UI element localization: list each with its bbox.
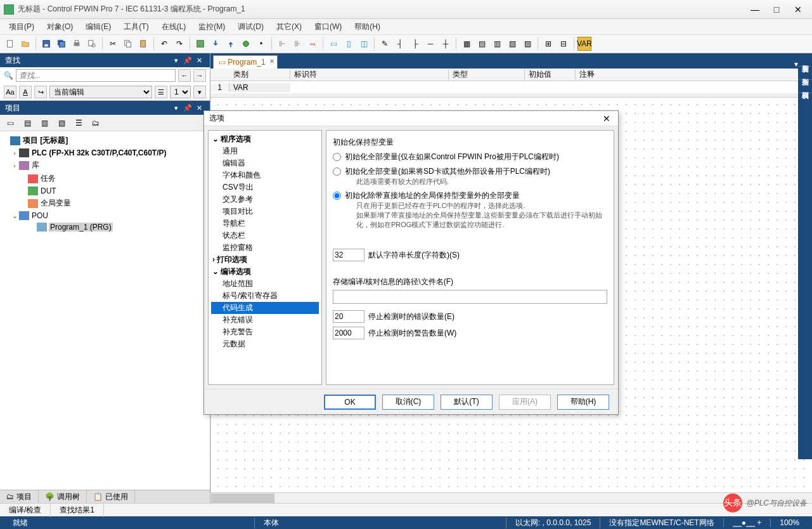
undo-icon[interactable]: ↶ [157,37,171,51]
tab-findresults[interactable]: 查找结果1 [51,504,104,517]
block2-icon[interactable]: ▯ [342,37,356,51]
dock-varlist[interactable]: 变量列表 [798,53,812,67]
opt-xref[interactable]: 交叉参考 [211,193,319,206]
wire4-icon[interactable]: ┼ [439,37,453,51]
panel-pin-icon[interactable]: 📌 [182,56,193,65]
block3-icon[interactable]: ◫ [357,37,371,51]
saveall-icon[interactable] [55,37,68,51]
bottom-tab-used[interactable]: 📋 已使用 [87,490,135,504]
tab-program1[interactable]: ▭ Program_1✕ [213,55,278,69]
redo-icon[interactable]: ↷ [172,37,186,51]
case-icon[interactable]: Aa [4,86,16,98]
upload-icon[interactable] [224,37,238,51]
input-storage-path[interactable] [333,290,607,304]
opt-monitor[interactable]: 监控窗格 [211,242,319,254]
col-type[interactable]: 类型 [449,69,525,80]
paste-icon[interactable] [136,37,150,51]
menu-online[interactable]: 在线(L) [155,19,193,35]
cat-print-options[interactable]: › 打印选项 [211,254,319,266]
col-comment[interactable]: 注释 [576,69,812,80]
opt-editor[interactable]: 编辑器 [211,157,319,169]
tree-plc[interactable]: PLC (FP-XH 32k C30T/P,C40T,C60T/P) [31,148,167,157]
input-error-count[interactable] [333,310,364,323]
help-button[interactable]: 帮助(H) [557,395,609,410]
opt-errors[interactable]: 补充错误 [211,314,319,326]
grid3-icon[interactable]: ▥ [490,37,504,51]
input-string-length[interactable] [333,249,364,261]
opt-codegen[interactable]: 代码生成 [211,302,319,314]
wire1-icon[interactable]: ┤ [393,37,407,51]
menu-debug[interactable]: 调试(D) [231,19,270,35]
panel-pin-icon[interactable]: 📌 [182,104,193,112]
download-icon[interactable] [209,37,222,51]
radio-init-all-fpwin[interactable] [333,153,341,161]
menu-edit[interactable]: 编辑(E) [79,19,117,35]
tab-close-icon[interactable]: ✕ [269,58,274,65]
radio-init-all-sd[interactable] [333,167,341,176]
opt-compare[interactable]: 项目对比 [211,206,319,218]
cancel-button[interactable]: 取消(C) [382,395,434,410]
cat-compile-options[interactable]: ⌄ 编译选项 [211,266,319,278]
tree-dut[interactable]: DUT [40,186,57,195]
copy-icon[interactable] [121,37,135,51]
search-prev-icon[interactable]: ← [178,69,191,82]
ladder3-icon[interactable]: ⫬ [306,37,319,51]
search-line-select[interactable]: 1 [170,86,191,98]
panel-dropdown-icon[interactable]: ▾ [171,104,182,112]
col-identifier[interactable]: 标识符 [290,69,449,80]
col-init[interactable]: 初始值 [525,69,576,80]
ladder2-icon[interactable]: ⊪ [290,37,304,51]
menu-other[interactable]: 其它(X) [270,19,308,35]
grid2-icon[interactable]: ▤ [475,37,489,51]
table-row[interactable]: 1 VAR [210,81,812,94]
ladder1-icon[interactable]: ⊩ [275,37,289,51]
radio-init-except-direct[interactable] [333,192,341,200]
opt-csv[interactable]: CSV导出 [211,181,319,193]
bottom-tab-project[interactable]: 🗂 项目 [0,490,39,504]
opt-warnings[interactable]: 补充警告 [211,326,319,338]
printpreview-icon[interactable] [85,37,99,51]
proj-tool1-icon[interactable]: ▭ [3,116,17,130]
block1-icon[interactable]: ▭ [326,37,340,51]
underline-icon[interactable]: A [19,86,32,98]
panel-close-icon[interactable]: ✕ [193,56,205,65]
menu-project[interactable]: 项目(P) [3,19,41,35]
tree-pou[interactable]: POU [31,211,49,220]
proj-tool2-icon[interactable]: ▤ [20,116,34,130]
compile-icon[interactable] [193,37,207,51]
cat-program-options[interactable]: ⌄ 程序选项 [211,133,319,145]
opt-address[interactable]: 地址范围 [211,278,319,290]
grid4-icon[interactable]: ▧ [505,37,519,51]
maximize-button[interactable]: □ [766,4,787,15]
menu-tools[interactable]: 工具(T) [117,19,155,35]
stop-icon[interactable]: • [254,37,268,51]
bottom-tab-calltree[interactable]: 🌳 调用树 [39,490,87,504]
wire3-icon[interactable]: ─ [423,37,437,51]
dock-tmpllist[interactable]: 模板列表 [798,80,812,93]
opt-metadata[interactable]: 元数据 [211,338,319,350]
open-icon[interactable] [18,37,32,51]
goto-icon[interactable]: ↪ [34,86,47,98]
tree-global[interactable]: 全局变量 [40,198,72,209]
opt-index[interactable]: 标号/索引寄存器 [211,290,319,302]
ok-button[interactable]: OK [324,395,376,410]
minimize-button[interactable]: — [745,4,765,15]
var-icon[interactable]: VAR [577,37,591,51]
connect-icon[interactable] [239,37,253,51]
print-icon[interactable] [70,37,84,51]
dock-instrlist[interactable]: 指令列表 [798,67,812,80]
new-icon[interactable] [3,37,17,51]
zoom1-icon[interactable]: ⊞ [541,37,555,51]
grid1-icon[interactable]: ▦ [460,37,474,51]
expand-icon[interactable]: ▾ [193,86,206,98]
edit-icon[interactable]: ✎ [378,37,392,51]
tab-compile[interactable]: 编译/检查 [0,504,51,517]
tree-task[interactable]: 任务 [40,173,56,184]
grid5-icon[interactable]: ▨ [520,37,534,51]
tree-lib[interactable]: 库 [31,160,40,171]
panel-dropdown-icon[interactable]: ▾ [171,56,182,65]
dialog-category-tree[interactable]: ⌄ 程序选项 通用 编辑器 字体和颜色 CSV导出 交叉参考 项目对比 导航栏 … [208,130,322,385]
proj-tool5-icon[interactable]: ☰ [72,116,86,130]
default-button[interactable]: 默认(T) [441,395,493,410]
opt-nav[interactable]: 导航栏 [211,218,319,230]
